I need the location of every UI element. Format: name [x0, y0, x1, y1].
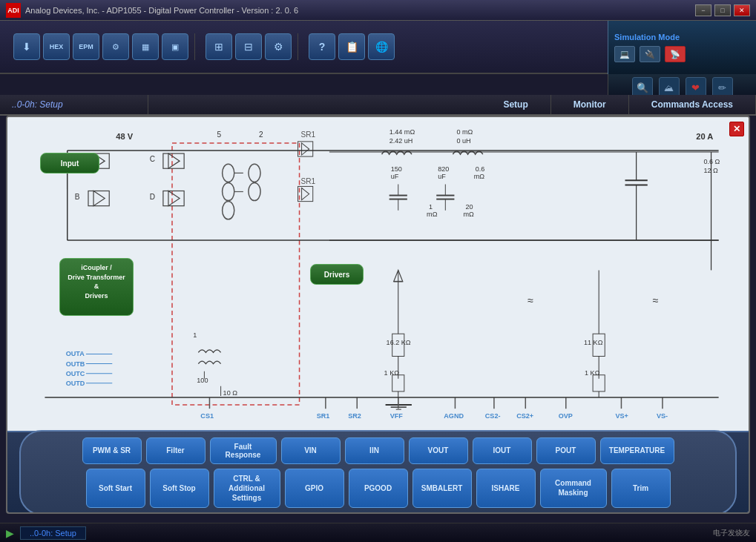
- svg-text:2.42 uH: 2.42 uH: [389, 137, 413, 145]
- svg-text:uF: uF: [391, 173, 399, 180]
- calc2-button[interactable]: ⊟: [235, 33, 262, 60]
- iout-button[interactable]: IOUT: [473, 437, 532, 464]
- tab-commands-access[interactable]: Commands Access: [629, 95, 756, 114]
- svg-text:5: 5: [217, 130, 222, 139]
- pout-button[interactable]: POUT: [536, 437, 596, 464]
- layout-button[interactable]: ▣: [162, 33, 188, 60]
- svg-text:1: 1: [429, 203, 433, 211]
- config-button[interactable]: ⚙: [102, 33, 129, 60]
- titlebar: ADI Analog Devices, Inc. - ADP1055 - Dig…: [0, 0, 756, 21]
- temperature-button[interactable]: TEMPERATURE: [600, 437, 674, 464]
- svg-text:CS2+: CS2+: [516, 412, 533, 420]
- nav-tabs: Setup Monitor Commands Access: [148, 95, 756, 114]
- svg-text:SR1: SR1: [301, 177, 316, 185]
- input-box[interactable]: Input: [40, 153, 99, 173]
- grid-button[interactable]: ▦: [132, 33, 159, 60]
- circuit-close-button[interactable]: ✕: [729, 122, 744, 136]
- svg-text:16.2 KΩ: 16.2 KΩ: [387, 339, 411, 346]
- svg-text:OUTA: OUTA: [66, 351, 85, 358]
- svg-text:100: 100: [197, 377, 208, 384]
- epm-button[interactable]: EPM: [73, 33, 99, 60]
- svg-text:B: B: [75, 193, 80, 201]
- svg-text:VS+: VS+: [615, 412, 628, 420]
- app-title: Analog Devices, Inc. - ADP1055 - Digital…: [25, 6, 695, 15]
- svg-text:uF: uF: [438, 173, 446, 180]
- toolbar-group-calc: ⊞ ⊟ ⚙: [200, 33, 298, 60]
- svg-text:SR2: SR2: [348, 412, 361, 420]
- button-panel: PWM & SR Filter Fault Response VIN IIN V…: [7, 431, 749, 512]
- svg-text:mΩ: mΩ: [427, 211, 438, 218]
- toolbar-group-help: ? 📋 🌐: [303, 33, 401, 60]
- pwm-sr-button[interactable]: PWM & SR: [82, 437, 142, 464]
- button-row-1: PWM & SR Filter Fault Response VIN IIN V…: [36, 437, 720, 464]
- svg-text:SR1: SR1: [301, 130, 316, 139]
- computer-icon[interactable]: 💻: [614, 46, 635, 62]
- fault-response-button[interactable]: Fault Response: [210, 437, 277, 464]
- pgood-button[interactable]: PGOOD: [349, 469, 408, 508]
- svg-text:48 V: 48 V: [116, 132, 133, 141]
- trim-button[interactable]: Trim: [611, 469, 671, 508]
- svg-text:20: 20: [466, 203, 473, 211]
- breadcrumb: ..0-0h: Setup: [0, 95, 148, 114]
- svg-text:0.6: 0.6: [476, 165, 485, 173]
- drivers-box[interactable]: Drivers: [310, 264, 364, 285]
- download-button[interactable]: ⬇: [13, 33, 40, 60]
- calc1-button[interactable]: ⊞: [206, 33, 232, 60]
- svg-text:1: 1: [193, 331, 197, 339]
- svg-text:mΩ: mΩ: [464, 211, 475, 218]
- svg-text:11 KΩ: 11 KΩ: [584, 339, 603, 346]
- help-button[interactable]: ?: [309, 33, 335, 60]
- filter-button[interactable]: Filter: [146, 437, 206, 464]
- svg-text:150: 150: [391, 165, 402, 173]
- svg-text:AGND: AGND: [444, 412, 464, 420]
- svg-text:mΩ: mΩ: [474, 173, 485, 180]
- ishare-button[interactable]: ISHARE: [476, 469, 536, 508]
- svg-text:OUTB: OUTB: [66, 360, 85, 368]
- web-button[interactable]: 🌐: [368, 33, 395, 60]
- tab-setup[interactable]: Setup: [481, 95, 550, 114]
- navbar: ..0-0h: Setup Setup Monitor Commands Acc…: [0, 95, 756, 116]
- status-logo: 电子发烧友: [713, 528, 750, 538]
- close-button[interactable]: ✕: [734, 4, 750, 16]
- main-content: ✕ 48 V 20 A A C B: [6, 116, 750, 514]
- svg-text:VFF: VFF: [390, 412, 404, 420]
- svg-text:SR1: SR1: [317, 412, 330, 420]
- svg-text:20 A: 20 A: [696, 132, 713, 141]
- maximize-button[interactable]: □: [714, 4, 731, 16]
- icoupler-box[interactable]: iCoupler / Drive Transformer & Drivers: [59, 258, 134, 316]
- smbalert-button[interactable]: SMBALERT: [412, 469, 472, 508]
- command-masking-button[interactable]: Command Masking: [540, 469, 607, 508]
- minimize-button[interactable]: −: [695, 4, 711, 16]
- radio-icon[interactable]: 📡: [665, 46, 686, 62]
- soft-start-button[interactable]: Soft Start: [86, 469, 145, 508]
- soft-stop-button[interactable]: Soft Stop: [150, 469, 209, 508]
- svg-text:≈: ≈: [527, 294, 533, 306]
- svg-text:D: D: [150, 193, 155, 201]
- window-controls: − □ ✕: [695, 4, 750, 16]
- sim-mode-label: Simulation Mode: [614, 33, 680, 42]
- svg-text:OVP: OVP: [559, 412, 573, 420]
- svg-text:2: 2: [259, 130, 263, 139]
- icoupler-label: iCoupler / Drive Transformer & Drivers: [68, 264, 125, 300]
- svg-text:OUTD: OUTD: [66, 380, 85, 387]
- button-row-2: Soft Start Soft Stop CTRL & Additional S…: [36, 469, 720, 508]
- docs-button[interactable]: 📋: [338, 33, 365, 60]
- svg-text:0 mΩ: 0 mΩ: [456, 128, 473, 136]
- settings-button[interactable]: ⚙: [265, 33, 292, 60]
- iin-button[interactable]: IIN: [345, 437, 404, 464]
- gpio-button[interactable]: GPIO: [285, 469, 344, 508]
- svg-text:C: C: [150, 155, 155, 163]
- right-panel: Simulation Mode 💻 🔌 📡: [608, 21, 756, 74]
- vin-button[interactable]: VIN: [281, 437, 341, 464]
- hex-button[interactable]: HEX: [43, 33, 70, 60]
- svg-text:0 uH: 0 uH: [456, 137, 470, 145]
- vout-button[interactable]: VOUT: [409, 437, 468, 464]
- tab-monitor[interactable]: Monitor: [551, 95, 629, 114]
- ctrl-additional-button[interactable]: CTRL & Additional Settings: [214, 469, 280, 508]
- circuit-diagram: ✕ 48 V 20 A A C B: [7, 117, 749, 431]
- svg-text:≈: ≈: [653, 294, 659, 306]
- connect-icon[interactable]: 🔌: [640, 46, 660, 62]
- status-text: ..0-0h: Setup: [20, 526, 86, 540]
- svg-text:820: 820: [438, 165, 449, 173]
- toolbar-group-io: ⬇ HEX EPM ⚙ ▦ ▣: [7, 33, 195, 60]
